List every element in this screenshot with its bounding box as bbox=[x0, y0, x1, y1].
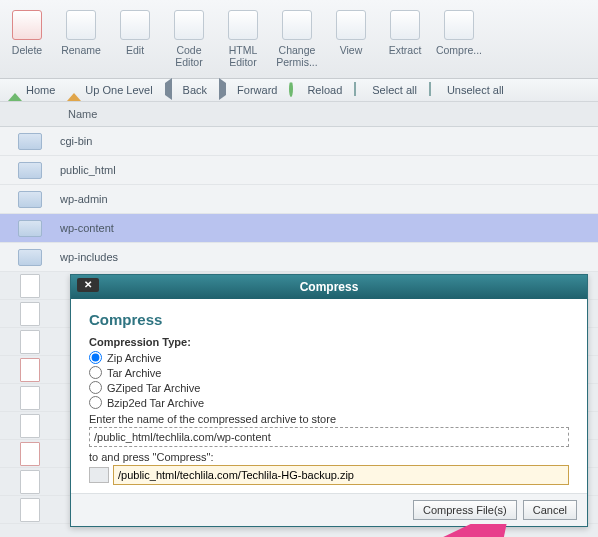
nav-select-all[interactable]: Select all bbox=[354, 83, 417, 97]
file-icon bbox=[20, 330, 40, 354]
code-editor-icon bbox=[174, 10, 204, 40]
dialog-footer: Compress File(s) Cancel bbox=[71, 493, 587, 526]
column-name[interactable]: Name bbox=[60, 102, 598, 126]
file-icon bbox=[20, 386, 40, 410]
folder-icon bbox=[18, 191, 42, 208]
main-toolbar: Delete Rename Edit Code Editor HTML Edit… bbox=[0, 0, 598, 79]
file-icon bbox=[20, 470, 40, 494]
dialog-title: Compress bbox=[300, 280, 359, 294]
nav-reload[interactable]: Reload bbox=[289, 83, 342, 97]
table-row[interactable]: cgi-bin bbox=[0, 127, 598, 156]
radio-gzip[interactable] bbox=[89, 381, 102, 394]
home-path-icon bbox=[89, 467, 109, 483]
row-name: cgi-bin bbox=[60, 135, 598, 147]
compress-icon bbox=[444, 10, 474, 40]
delete-button[interactable]: Delete bbox=[0, 6, 54, 66]
extract-button[interactable]: Extract bbox=[378, 6, 432, 66]
file-icon bbox=[20, 414, 40, 438]
nav-home[interactable]: Home bbox=[8, 83, 55, 97]
table-row[interactable]: public_html bbox=[0, 156, 598, 185]
nav-forward[interactable]: Forward bbox=[219, 83, 277, 97]
arrow-right-icon bbox=[219, 83, 233, 97]
home-icon bbox=[8, 83, 22, 97]
row-name: wp-admin bbox=[60, 193, 598, 205]
press-compress-label: to and press "Compress": bbox=[89, 451, 569, 463]
reload-icon bbox=[289, 83, 303, 97]
dialog-close-button[interactable]: ✕ bbox=[77, 278, 99, 292]
dialog-title-bar: ✕ Compress bbox=[71, 275, 587, 299]
cancel-button[interactable]: Cancel bbox=[523, 500, 577, 520]
radio-bzip2[interactable] bbox=[89, 396, 102, 409]
view-button[interactable]: View bbox=[324, 6, 378, 66]
compress-button[interactable]: Compre... bbox=[432, 6, 486, 66]
nav-unselect-all[interactable]: Unselect all bbox=[429, 83, 504, 97]
option-gzip[interactable]: GZiped Tar Archive bbox=[89, 381, 569, 394]
radio-zip[interactable] bbox=[89, 351, 102, 364]
file-icon bbox=[20, 498, 40, 522]
file-icon bbox=[20, 442, 40, 466]
key-icon bbox=[282, 10, 312, 40]
folder-icon bbox=[18, 220, 42, 237]
source-path-display: /public_html/techlila.com/wp-content bbox=[89, 427, 569, 447]
extract-icon bbox=[390, 10, 420, 40]
compress-files-button[interactable]: Compress File(s) bbox=[413, 500, 517, 520]
table-row[interactable]: wp-admin bbox=[0, 185, 598, 214]
uncheck-icon bbox=[429, 83, 443, 97]
check-icon bbox=[354, 83, 368, 97]
compress-dialog: ✕ Compress Compress Compression Type: Zi… bbox=[70, 274, 588, 527]
file-list: cgi-binpublic_htmlwp-adminwp-contentwp-i… bbox=[0, 127, 598, 272]
enter-name-label: Enter the name of the compressed archive… bbox=[89, 413, 569, 425]
file-icon bbox=[20, 274, 40, 298]
folder-icon bbox=[18, 133, 42, 150]
row-name: wp-content bbox=[60, 222, 598, 234]
dialog-heading: Compress bbox=[89, 311, 569, 328]
table-row[interactable]: wp-content bbox=[0, 214, 598, 243]
up-icon bbox=[67, 83, 81, 97]
option-zip[interactable]: Zip Archive bbox=[89, 351, 569, 364]
file-icon bbox=[20, 302, 40, 326]
delete-icon bbox=[12, 10, 42, 40]
option-bzip2[interactable]: Bzip2ed Tar Archive bbox=[89, 396, 569, 409]
arrow-left-icon bbox=[165, 83, 179, 97]
option-tar[interactable]: Tar Archive bbox=[89, 366, 569, 379]
code-editor-button[interactable]: Code Editor bbox=[162, 6, 216, 78]
magnifier-icon bbox=[336, 10, 366, 40]
file-manager-window: { "toolbar": { "delete": "Delete", "rena… bbox=[0, 0, 598, 537]
radio-tar[interactable] bbox=[89, 366, 102, 379]
output-path-input[interactable] bbox=[113, 465, 569, 485]
edit-button[interactable]: Edit bbox=[108, 6, 162, 66]
row-name: public_html bbox=[60, 164, 598, 176]
html-editor-icon bbox=[228, 10, 258, 40]
html-editor-button[interactable]: HTML Editor bbox=[216, 6, 270, 78]
compression-type-label: Compression Type: bbox=[89, 336, 569, 348]
row-name: wp-includes bbox=[60, 251, 598, 263]
table-row[interactable]: wp-includes bbox=[0, 243, 598, 272]
folder-icon bbox=[18, 162, 42, 179]
file-icon bbox=[20, 358, 40, 382]
table-header: Name bbox=[0, 102, 598, 127]
navigation-bar: Home Up One Level Back Forward Reload Se… bbox=[0, 79, 598, 102]
rename-icon bbox=[66, 10, 96, 40]
edit-icon bbox=[120, 10, 150, 40]
change-permissions-button[interactable]: Change Permis... bbox=[270, 6, 324, 78]
nav-back[interactable]: Back bbox=[165, 83, 207, 97]
rename-button[interactable]: Rename bbox=[54, 6, 108, 66]
folder-icon bbox=[18, 249, 42, 266]
nav-up[interactable]: Up One Level bbox=[67, 83, 152, 97]
